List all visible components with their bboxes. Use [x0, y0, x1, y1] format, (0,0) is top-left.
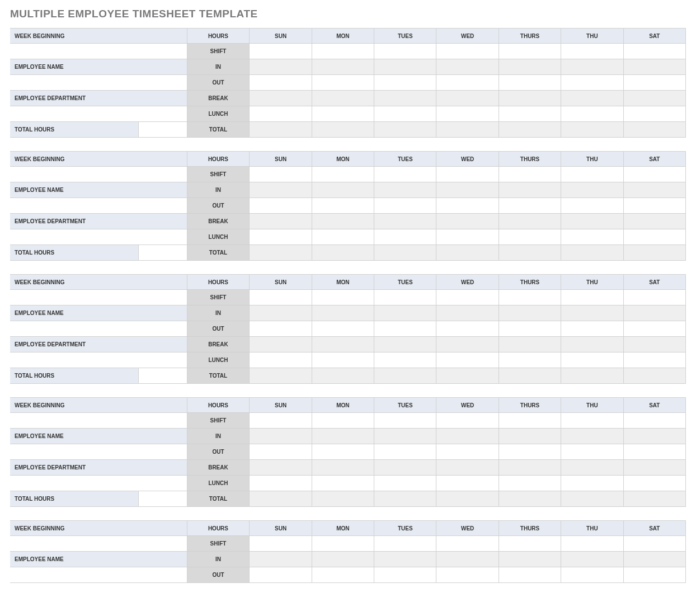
- data-cell[interactable]: [561, 491, 623, 507]
- data-cell[interactable]: [250, 290, 312, 305]
- data-cell[interactable]: [374, 122, 436, 138]
- data-cell[interactable]: [312, 444, 374, 460]
- data-cell[interactable]: [499, 305, 561, 321]
- data-cell[interactable]: [312, 290, 374, 305]
- data-cell[interactable]: [374, 476, 436, 491]
- data-cell[interactable]: [436, 59, 499, 75]
- data-cell[interactable]: [312, 91, 374, 106]
- data-cell[interactable]: [374, 214, 436, 229]
- data-cell[interactable]: [436, 368, 499, 384]
- data-cell[interactable]: [624, 214, 686, 229]
- data-cell[interactable]: [624, 44, 686, 59]
- data-cell[interactable]: [624, 321, 686, 337]
- data-cell[interactable]: [312, 198, 374, 214]
- data-cell[interactable]: [561, 198, 623, 214]
- data-cell[interactable]: [250, 321, 312, 337]
- data-cell[interactable]: [374, 413, 436, 429]
- data-cell[interactable]: [250, 352, 312, 368]
- data-cell[interactable]: [436, 91, 499, 106]
- data-cell[interactable]: [250, 567, 312, 583]
- data-cell[interactable]: [499, 460, 561, 476]
- data-cell[interactable]: [499, 182, 561, 198]
- data-cell[interactable]: [561, 444, 623, 460]
- total-hours-value[interactable]: [139, 368, 187, 384]
- total-hours-value[interactable]: [139, 245, 187, 261]
- data-cell[interactable]: [624, 122, 686, 138]
- data-cell[interactable]: [624, 444, 686, 460]
- data-cell[interactable]: [250, 413, 312, 429]
- data-cell[interactable]: [436, 444, 499, 460]
- total-hours-value[interactable]: [139, 491, 187, 507]
- info-value[interactable]: [10, 476, 187, 491]
- data-cell[interactable]: [250, 536, 312, 552]
- data-cell[interactable]: [624, 491, 686, 507]
- data-cell[interactable]: [436, 75, 499, 91]
- data-cell[interactable]: [499, 321, 561, 337]
- data-cell[interactable]: [561, 167, 623, 182]
- data-cell[interactable]: [436, 122, 499, 138]
- data-cell[interactable]: [561, 368, 623, 384]
- data-cell[interactable]: [312, 413, 374, 429]
- data-cell[interactable]: [374, 198, 436, 214]
- info-value[interactable]: [10, 352, 187, 368]
- data-cell[interactable]: [561, 214, 623, 229]
- data-cell[interactable]: [312, 552, 374, 567]
- data-cell[interactable]: [499, 106, 561, 122]
- data-cell[interactable]: [250, 552, 312, 567]
- data-cell[interactable]: [561, 337, 623, 352]
- data-cell[interactable]: [374, 552, 436, 567]
- data-cell[interactable]: [624, 59, 686, 75]
- data-cell[interactable]: [499, 122, 561, 138]
- data-cell[interactable]: [250, 229, 312, 245]
- data-cell[interactable]: [250, 44, 312, 59]
- data-cell[interactable]: [312, 321, 374, 337]
- info-value[interactable]: [10, 75, 187, 91]
- data-cell[interactable]: [312, 75, 374, 91]
- data-cell[interactable]: [312, 337, 374, 352]
- data-cell[interactable]: [499, 413, 561, 429]
- data-cell[interactable]: [561, 413, 623, 429]
- data-cell[interactable]: [561, 352, 623, 368]
- data-cell[interactable]: [374, 44, 436, 59]
- data-cell[interactable]: [624, 368, 686, 384]
- data-cell[interactable]: [250, 167, 312, 182]
- data-cell[interactable]: [624, 552, 686, 567]
- total-hours-value[interactable]: [139, 122, 187, 138]
- data-cell[interactable]: [312, 476, 374, 491]
- data-cell[interactable]: [436, 305, 499, 321]
- data-cell[interactable]: [374, 444, 436, 460]
- data-cell[interactable]: [499, 567, 561, 583]
- data-cell[interactable]: [624, 198, 686, 214]
- data-cell[interactable]: [374, 567, 436, 583]
- data-cell[interactable]: [374, 337, 436, 352]
- data-cell[interactable]: [250, 182, 312, 198]
- data-cell[interactable]: [312, 229, 374, 245]
- data-cell[interactable]: [250, 122, 312, 138]
- data-cell[interactable]: [374, 321, 436, 337]
- data-cell[interactable]: [312, 167, 374, 182]
- data-cell[interactable]: [499, 167, 561, 182]
- data-cell[interactable]: [624, 167, 686, 182]
- data-cell[interactable]: [561, 91, 623, 106]
- data-cell[interactable]: [436, 229, 499, 245]
- data-cell[interactable]: [436, 429, 499, 444]
- data-cell[interactable]: [624, 536, 686, 552]
- data-cell[interactable]: [624, 290, 686, 305]
- data-cell[interactable]: [312, 305, 374, 321]
- data-cell[interactable]: [499, 476, 561, 491]
- data-cell[interactable]: [436, 290, 499, 305]
- data-cell[interactable]: [374, 290, 436, 305]
- data-cell[interactable]: [499, 75, 561, 91]
- data-cell[interactable]: [561, 552, 623, 567]
- data-cell[interactable]: [561, 229, 623, 245]
- data-cell[interactable]: [561, 290, 623, 305]
- data-cell[interactable]: [374, 75, 436, 91]
- data-cell[interactable]: [499, 91, 561, 106]
- data-cell[interactable]: [436, 167, 499, 182]
- data-cell[interactable]: [312, 106, 374, 122]
- data-cell[interactable]: [250, 476, 312, 491]
- data-cell[interactable]: [499, 59, 561, 75]
- data-cell[interactable]: [624, 182, 686, 198]
- data-cell[interactable]: [312, 245, 374, 261]
- data-cell[interactable]: [436, 413, 499, 429]
